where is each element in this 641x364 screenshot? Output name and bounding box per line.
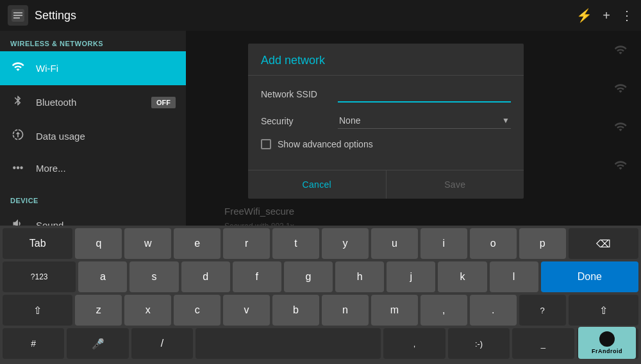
key-h[interactable]: h [335, 261, 384, 292]
svg-rect-3 [13, 17, 20, 19]
sidebar-bluetooth-label: Bluetooth [36, 97, 151, 108]
tab-key[interactable]: Tab [3, 228, 72, 259]
smile-key[interactable]: :-) [448, 328, 510, 359]
key-v[interactable]: v [223, 295, 270, 326]
dash-key[interactable]: _ [512, 328, 574, 359]
keyboard-row-4: # 🎤 / , :-) _ - [0, 328, 641, 359]
sidebar-item-wifi[interactable]: Wi-Fi [0, 51, 186, 85]
key-b[interactable]: b [272, 295, 319, 326]
brand-name: FrAndroid [592, 348, 622, 354]
advanced-options-row: Show advanced options [261, 139, 511, 149]
app-icon [8, 5, 28, 26]
sidebar-item-data-usage[interactable]: Data usage [0, 119, 186, 153]
key-a[interactable]: a [78, 261, 127, 292]
key-n[interactable]: n [322, 295, 369, 326]
key-p[interactable]: p [519, 228, 566, 259]
device-section-header: DEVICE [0, 188, 186, 208]
svg-rect-2 [13, 15, 22, 16]
key-l[interactable]: l [490, 261, 538, 292]
key-s[interactable]: s [129, 261, 178, 292]
bluetooth-toggle[interactable]: OFF [151, 97, 176, 108]
ssid-row: Network SSID [261, 86, 511, 103]
keyboard: Tab q w e r t y u i o p ⌫ ?123 a s d f g… [0, 226, 641, 364]
key-question[interactable]: ? [519, 295, 566, 326]
brand-logo [599, 331, 615, 347]
add-network-dialog: Add network Network SSID Security None ▼… [248, 44, 524, 199]
topbar: Settings ⚡ + ⋮ [0, 0, 641, 31]
key-x[interactable]: x [124, 295, 171, 326]
key-t[interactable]: t [272, 228, 319, 259]
slash-key[interactable]: / [131, 328, 193, 359]
security-row: Security None ▼ [261, 113, 511, 129]
key-i[interactable]: i [420, 228, 467, 259]
keyboard-row-1: Tab q w e r t y u i o p ⌫ [0, 228, 641, 259]
advanced-label: Show advanced options [278, 139, 373, 149]
brand-badge: FrAndroid [578, 327, 636, 359]
key-j[interactable]: j [387, 261, 435, 292]
svg-rect-1 [13, 12, 22, 13]
hash-key[interactable]: # [3, 328, 64, 359]
dialog-body: Network SSID Security None ▼ Show advanc… [248, 76, 524, 170]
dialog-title: Add network [248, 44, 524, 76]
key-g[interactable]: g [284, 261, 333, 292]
comma-key2[interactable]: , [383, 328, 445, 359]
sidebar-data-label: Data usage [36, 131, 176, 142]
charge-icon[interactable]: ⚡ [576, 8, 592, 23]
key-f[interactable]: f [233, 261, 281, 292]
more-menu-icon[interactable]: ⋮ [620, 8, 633, 23]
sidebar-wifi-label: Wi-Fi [36, 63, 176, 74]
shift-key[interactable]: ⇧ [3, 295, 72, 326]
cancel-button[interactable]: Cancel [248, 170, 387, 199]
wifi-icon [10, 60, 26, 76]
backspace-key[interactable]: ⌫ [569, 228, 638, 259]
more-icon: ••• [10, 162, 26, 174]
key-u[interactable]: u [371, 228, 418, 259]
bluetooth-icon [10, 94, 26, 110]
keyboard-row-2: ?123 a s d f g h j k l Done [0, 261, 641, 292]
security-value: None [339, 115, 502, 126]
key-r[interactable]: r [223, 228, 270, 259]
sidebar-item-bluetooth[interactable]: Bluetooth OFF [0, 85, 186, 119]
security-select[interactable]: None ▼ [338, 113, 511, 129]
key-comma[interactable]: , [420, 295, 467, 326]
sidebar-item-more[interactable]: ••• More... [0, 153, 186, 183]
key-m[interactable]: m [371, 295, 418, 326]
ssid-input[interactable] [338, 86, 511, 103]
key-c[interactable]: c [174, 295, 221, 326]
done-key[interactable]: Done [541, 261, 638, 292]
dialog-buttons: Cancel Save [248, 170, 524, 199]
advanced-checkbox[interactable] [261, 139, 271, 149]
key-e[interactable]: e [174, 228, 221, 259]
key-o[interactable]: o [470, 228, 517, 259]
key-d[interactable]: d [181, 261, 230, 292]
spacebar[interactable] [196, 328, 381, 359]
wireless-section-header: WIRELESS & NETWORKS [0, 31, 186, 51]
security-dropdown-arrow: ▼ [502, 116, 510, 125]
key-z[interactable]: z [75, 295, 122, 326]
key-w[interactable]: w [124, 228, 171, 259]
save-button[interactable]: Save [387, 170, 524, 199]
top-actions: ⚡ + ⋮ [576, 8, 633, 23]
key-y[interactable]: y [322, 228, 369, 259]
sidebar-more-label: More... [36, 163, 176, 174]
shift-key-right[interactable]: ⇧ [569, 295, 638, 326]
page-title: Settings [35, 9, 576, 22]
mic-key[interactable]: 🎤 [67, 328, 128, 359]
key-k[interactable]: k [438, 261, 487, 292]
key-period[interactable]: . [470, 295, 517, 326]
symbols-key[interactable]: ?123 [3, 261, 76, 292]
ssid-label: Network SSID [261, 89, 338, 99]
add-icon[interactable]: + [603, 8, 610, 23]
keyboard-row-3: ⇧ z x c v b n m , . ? ⇧ [0, 295, 641, 326]
security-label: Security [261, 116, 338, 126]
data-usage-icon [10, 128, 26, 144]
key-q[interactable]: q [75, 228, 122, 259]
